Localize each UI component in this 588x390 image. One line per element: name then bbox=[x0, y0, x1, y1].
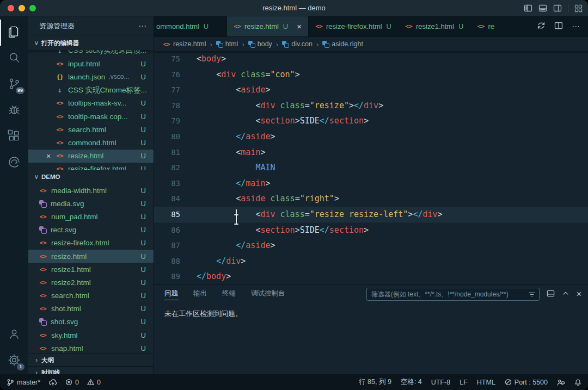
tree-item[interactable]: <>num_pad.htmlU bbox=[28, 210, 154, 223]
open-editor-item[interactable]: {}launch.json.vsco...U bbox=[28, 70, 154, 83]
activity-search[interactable] bbox=[0, 46, 28, 72]
status-bell[interactable] bbox=[574, 379, 581, 386]
tree-item[interactable]: <>snap.htmlU bbox=[28, 342, 154, 354]
open-editor-item[interactable]: <>tooltip-mask cop...U bbox=[28, 110, 154, 123]
code-line[interactable]: 85 <div class="resize resize-left"></div… bbox=[154, 207, 588, 222]
outline-section-header[interactable]: › 大纲 bbox=[28, 354, 154, 366]
status-空格: 4[interactable]: 空格: 4 bbox=[401, 377, 422, 387]
filter-input[interactable] bbox=[366, 288, 540, 301]
sync-changes-icon[interactable] bbox=[537, 21, 546, 32]
line-number[interactable]: 86 bbox=[154, 222, 197, 238]
toggle-panel-icon[interactable] bbox=[538, 4, 547, 13]
tree-item[interactable]: <>sky.htmlU bbox=[28, 329, 154, 342]
code-line[interactable]: 89</body> bbox=[154, 269, 588, 284]
open-editor-item[interactable]: <>search.htmlU bbox=[28, 123, 154, 136]
status-branch[interactable]: master* bbox=[7, 379, 40, 386]
code-line[interactable]: 87 </aside> bbox=[154, 238, 588, 253]
tree-item[interactable]: <>search.htmlU bbox=[28, 289, 154, 302]
status-UTF-8[interactable]: UTF-8 bbox=[431, 379, 450, 386]
status-feedback[interactable] bbox=[557, 379, 565, 386]
editor-tab[interactable]: <>resize-firefox.htmlU bbox=[309, 16, 399, 36]
code-line[interactable]: 88 </div> bbox=[154, 253, 588, 269]
tree-item[interactable]: <>resize2.htmlU bbox=[28, 276, 154, 289]
open-editor-item[interactable]: <>resize-firefox.htmlU bbox=[28, 163, 154, 170]
maximize-window-button[interactable] bbox=[29, 5, 36, 11]
breadcrumb-item[interactable]: aside.right bbox=[322, 40, 363, 48]
line-number[interactable]: 80 bbox=[154, 129, 197, 145]
line-number[interactable]: 83 bbox=[154, 176, 197, 191]
code-line[interactable]: 78 <div class="resize"></div> bbox=[154, 98, 588, 114]
toggle-secondary-sidebar-icon[interactable] bbox=[553, 4, 562, 13]
status-cloud-upload[interactable] bbox=[48, 379, 57, 386]
status-error[interactable]: 0 bbox=[65, 379, 79, 386]
line-number[interactable]: 84 bbox=[154, 191, 197, 207]
open-editors-section-header[interactable]: ∨ 打开的编辑器 bbox=[28, 36, 154, 50]
tree-item[interactable]: <>resize1.htmlU bbox=[28, 263, 154, 276]
tree-item[interactable]: <>resize-firefox.htmlU bbox=[28, 237, 154, 250]
open-editor-item[interactable]: ↓CSS 实现Chrome标签... bbox=[28, 84, 154, 97]
tree-item[interactable]: <>shot.htmlU bbox=[28, 302, 154, 315]
code-line[interactable]: 83 </main> bbox=[154, 176, 588, 191]
open-editor-item[interactable]: <>commond.htmlU bbox=[28, 136, 154, 149]
open-editor-item[interactable]: <>input.htmlU bbox=[28, 57, 154, 70]
activity-source-control[interactable]: 99 bbox=[0, 72, 28, 98]
status-LF[interactable]: LF bbox=[460, 379, 468, 386]
split-editor-icon[interactable] bbox=[554, 21, 563, 32]
activity-accounts[interactable] bbox=[0, 322, 28, 348]
code-line[interactable]: 86 <section>SIDE</section> bbox=[154, 222, 588, 238]
close-tab-icon[interactable]: × bbox=[297, 22, 302, 31]
more-actions-icon[interactable]: ⋯ bbox=[138, 21, 147, 31]
line-number[interactable]: 79 bbox=[154, 113, 197, 129]
folder-section-header[interactable]: ∨ DEMO bbox=[28, 170, 154, 184]
tree-item[interactable]: <>resize.htmlU bbox=[28, 250, 154, 263]
editor-tab[interactable]: <>resize1.htmlU bbox=[399, 16, 470, 36]
line-number[interactable]: 78 bbox=[154, 98, 197, 114]
code-line[interactable]: 82 MAIN bbox=[154, 160, 588, 176]
status-HTML[interactable]: HTML bbox=[477, 379, 495, 386]
code-line[interactable]: 80 </aside> bbox=[154, 129, 588, 145]
more-actions-icon[interactable]: ⋯ bbox=[572, 22, 580, 32]
line-number[interactable]: 76 bbox=[154, 67, 197, 83]
open-editor-item[interactable]: <>tooltips-mask-sv...U bbox=[28, 97, 154, 110]
open-editor-item[interactable]: ×<>resize.htmlU bbox=[28, 150, 154, 163]
code-line[interactable]: 79 <section>SIDE</section> bbox=[154, 113, 588, 129]
panel-tab-调试控制台[interactable]: 调试控制台 bbox=[250, 285, 286, 302]
minimize-window-button[interactable] bbox=[19, 5, 25, 11]
tree-item[interactable]: rect.svgU bbox=[28, 224, 154, 237]
filter-icon[interactable] bbox=[528, 290, 536, 300]
line-number[interactable]: 75 bbox=[154, 51, 197, 67]
activity-edge-devtools[interactable] bbox=[0, 150, 28, 176]
line-number[interactable]: 77 bbox=[154, 82, 197, 98]
maximize-panel-icon[interactable] bbox=[562, 289, 569, 299]
panel-position-icon[interactable] bbox=[547, 289, 555, 300]
status-行 85, 列 9[interactable]: 行 85, 列 9 bbox=[359, 377, 391, 387]
editor-tab[interactable]: <>re bbox=[470, 16, 506, 36]
line-number[interactable]: 85 bbox=[154, 207, 197, 222]
code-line[interactable]: 84 <aside class="right"> bbox=[154, 191, 588, 207]
open-editor-item[interactable]: ↓CSS sticky实现返回顶... bbox=[28, 50, 154, 57]
code-editor[interactable]: 75<body>76 <div class="con">77 <aside>78… bbox=[154, 51, 588, 284]
toggle-sidebar-icon[interactable] bbox=[524, 4, 532, 13]
code-line[interactable]: 77 <aside> bbox=[154, 82, 588, 98]
breadcrumb-item[interactable]: body bbox=[248, 40, 272, 48]
line-number[interactable]: 88 bbox=[154, 253, 197, 269]
activity-settings[interactable]: 1 bbox=[0, 348, 28, 374]
breadcrumb-item[interactable]: div.con bbox=[282, 40, 313, 48]
timeline-section-header[interactable]: › 时间线 bbox=[28, 366, 154, 374]
activity-explorer[interactable] bbox=[0, 20, 28, 46]
code-line[interactable]: 81 <main> bbox=[154, 145, 588, 160]
panel-tab-问题[interactable]: 问题 bbox=[164, 285, 179, 302]
line-number[interactable]: 82 bbox=[154, 160, 197, 176]
panel-tab-终端[interactable]: 终端 bbox=[222, 285, 236, 302]
status-warning[interactable]: 0 bbox=[87, 379, 101, 386]
tree-item[interactable]: shot.svgU bbox=[28, 315, 154, 329]
code-line[interactable]: 76 <div class="con"> bbox=[154, 67, 588, 83]
customize-layout-icon[interactable] bbox=[574, 4, 583, 13]
tree-item[interactable]: <>media-width.htmlU bbox=[28, 184, 154, 197]
close-icon[interactable]: × bbox=[46, 150, 51, 163]
line-number[interactable]: 89 bbox=[154, 269, 197, 284]
tree-item[interactable]: media.svgU bbox=[28, 197, 154, 210]
panel-tab-输出[interactable]: 输出 bbox=[193, 285, 207, 302]
status-port[interactable]: Port : 5500 bbox=[505, 379, 548, 386]
activity-run-debug[interactable] bbox=[0, 98, 28, 124]
